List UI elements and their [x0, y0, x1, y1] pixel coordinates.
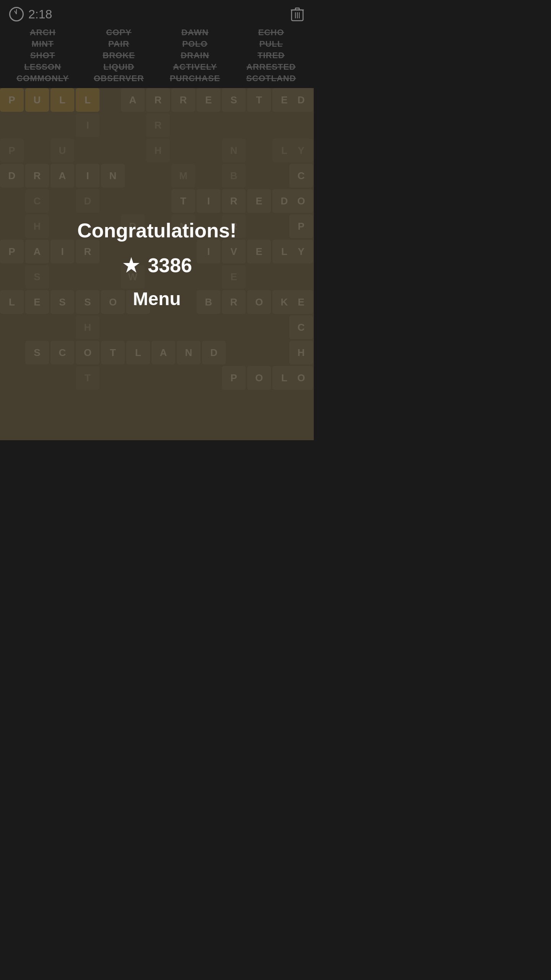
trash-icon[interactable]: [290, 7, 305, 21]
word-lesson: LESSON: [6, 62, 79, 72]
word-commonly: COMMONLY: [6, 74, 79, 83]
word-broke: BROKE: [82, 51, 155, 60]
word-scotland: SCOTLAND: [235, 74, 308, 83]
congratulations-overlay: Congratulations! ★ 3386 Menu: [0, 88, 314, 440]
word-copy: COPY: [82, 28, 155, 38]
word-shot: SHOT: [6, 51, 79, 60]
score-row: ★ 3386: [122, 253, 192, 278]
word-polo: POLO: [158, 39, 231, 49]
word-list: ARCH COPY DAWN ECHO MINT PAIR POLO PULL …: [0, 25, 314, 88]
word-actively: ACTIVELY: [158, 62, 231, 72]
word-observer: OBSERVER: [82, 74, 155, 83]
board-container: P U L L A R R E S T E D I R P U H N L Y …: [0, 88, 314, 444]
timer-display: 2:18: [28, 7, 52, 21]
word-dawn: DAWN: [158, 28, 231, 38]
congrats-title: Congratulations!: [77, 219, 236, 242]
game-board: P U L L A R R E S T E D I R P U H N L Y …: [0, 88, 314, 440]
word-arch: ARCH: [6, 28, 79, 38]
clock-icon: [9, 7, 24, 21]
word-tired: TIRED: [235, 51, 308, 60]
header: 2:18: [0, 0, 314, 25]
word-mint: MINT: [6, 39, 79, 49]
bottom-area: [0, 444, 314, 521]
word-arrested: ARRESTED: [235, 62, 308, 72]
menu-button[interactable]: Menu: [133, 288, 181, 309]
star-icon: ★: [122, 253, 141, 278]
word-echo: ECHO: [235, 28, 308, 38]
word-pull: PULL: [235, 39, 308, 49]
word-liquid: LIQUID: [82, 62, 155, 72]
word-purchase: PURCHASE: [158, 74, 231, 83]
word-pair: PAIR: [82, 39, 155, 49]
word-drain: DRAIN: [158, 51, 231, 60]
score-display: 3386: [148, 254, 192, 277]
timer-area: 2:18: [9, 7, 52, 21]
